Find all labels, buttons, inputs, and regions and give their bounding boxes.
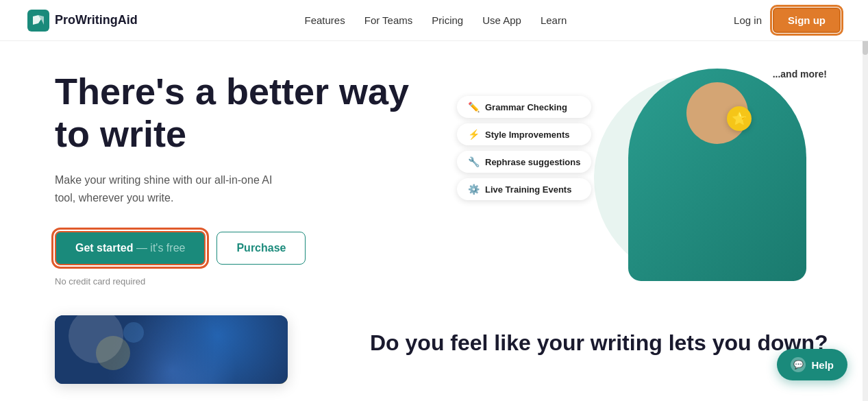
grammar-icon: ✏️ — [468, 101, 480, 112]
screenshot-preview — [55, 315, 288, 384]
feature-pill-style: ⚡ Style Improvements — [457, 123, 591, 145]
hero-title: There's a better way to write — [55, 70, 411, 155]
star-badge: ⭐ — [727, 106, 752, 131]
chat-icon: 💬 — [791, 357, 806, 372]
nav-item-use-app[interactable]: Use App — [482, 14, 521, 27]
chat-help-button[interactable]: 💬 Help — [777, 349, 847, 380]
hero-illustration: ⭐ ...and more! ✏️ Grammar Checking ⚡ Sty… — [457, 69, 841, 288]
swirl-3 — [123, 322, 144, 343]
feature-pill-rephrase: 🔧 Rephrase suggestions — [457, 151, 591, 173]
hero-section: There's a better way to write Make your … — [0, 41, 868, 302]
hero-buttons: Get started — it's free Purchase — [55, 231, 411, 265]
rephrase-icon: 🔧 — [468, 156, 480, 167]
navbar: ProWritingAid Features For Teams Pricing… — [0, 0, 868, 41]
signup-button[interactable]: Sign up — [773, 8, 841, 33]
feature-pills: ✏️ Grammar Checking ⚡ Style Improvements… — [457, 96, 591, 200]
get-started-button[interactable]: Get started — it's free — [55, 231, 206, 265]
nav-links: Features For Teams Pricing Use App Learn — [305, 14, 567, 27]
feature-pill-grammar: ✏️ Grammar Checking — [457, 96, 591, 118]
no-credit-text: No credit card required — [55, 276, 411, 287]
brand-name: ProWritingAid — [55, 13, 138, 27]
training-icon: ⚙️ — [468, 184, 480, 195]
scrollbar[interactable] — [863, 0, 868, 401]
swirl-2 — [96, 336, 130, 370]
person-figure — [628, 69, 806, 281]
lower-right-content: Do you feel like your writing lets you d… — [370, 315, 841, 358]
style-icon: ⚡ — [468, 129, 480, 140]
logo[interactable]: ProWritingAid — [27, 10, 138, 32]
login-link[interactable]: Log in — [734, 14, 762, 26]
lower-section: Do you feel like your writing lets you d… — [0, 302, 868, 384]
purchase-button[interactable]: Purchase — [216, 232, 306, 265]
nav-item-pricing[interactable]: Pricing — [432, 14, 463, 27]
nav-item-for-teams[interactable]: For Teams — [364, 14, 413, 27]
and-more-label: ...and more! — [773, 69, 827, 80]
lower-heading: Do you feel like your writing lets you d… — [370, 329, 841, 358]
nav-item-learn[interactable]: Learn — [541, 14, 567, 27]
nav-actions: Log in Sign up — [734, 8, 841, 33]
nav-item-features[interactable]: Features — [305, 14, 345, 27]
logo-icon — [27, 10, 49, 32]
screenshot-image — [55, 315, 288, 384]
feature-pill-training: ⚙️ Live Training Events — [457, 178, 591, 200]
hero-subtitle: Make your writing shine with our all-in-… — [55, 171, 288, 206]
hero-content: There's a better way to write Make your … — [55, 70, 411, 287]
